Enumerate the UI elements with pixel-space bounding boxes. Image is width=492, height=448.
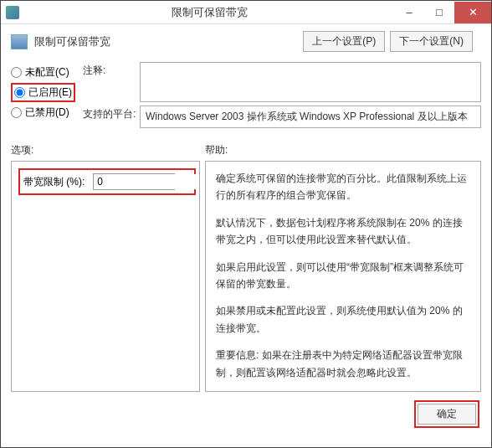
header: 限制可保留带宽 上一个设置(P) 下一个设置(N) [1, 24, 491, 57]
app-icon [6, 6, 19, 19]
bandwidth-spinner: ▲ ▼ [93, 173, 175, 190]
prev-setting-button[interactable]: 上一个设置(P) [303, 31, 385, 52]
maximize-button[interactable]: □ [424, 2, 454, 23]
minimize-button[interactable]: – [394, 2, 424, 23]
titlebar: 限制可保留带宽 – □ ✕ [1, 1, 491, 24]
bandwidth-label: 带宽限制 (%): [23, 175, 85, 189]
comment-input[interactable] [140, 62, 481, 102]
radio-label: 已启用(E) [28, 85, 72, 100]
comment-label: 注释: [83, 62, 140, 102]
help-text: 重要信息: 如果在注册表中为特定网络适配器设置带宽限制，则配置该网络适配器时就会… [216, 347, 470, 381]
policy-title: 限制可保留带宽 [34, 34, 303, 49]
next-setting-button[interactable]: 下一个设置(N) [390, 31, 473, 52]
window-controls: – □ ✕ [394, 2, 491, 23]
radio-enabled[interactable]: 已启用(E) [14, 85, 72, 100]
radio-disabled[interactable]: 已禁用(D) [11, 106, 83, 120]
close-button[interactable]: ✕ [454, 2, 491, 23]
radio-label: 已禁用(D) [25, 106, 69, 120]
help-label: 帮助: [205, 143, 228, 157]
ok-button[interactable]: 确定 [418, 404, 476, 425]
config-area: 未配置(C) 已启用(E) 已禁用(D) 注释: 支持的平台: Windows … [1, 57, 491, 133]
help-text: 默认情况下，数据包计划程序将系统限制在 20% 的连接带宽之内，但可以使用此设置… [216, 214, 470, 249]
options-label: 选项: [11, 143, 205, 157]
highlight-ok: 确定 [414, 400, 479, 428]
help-text: 如果启用此设置，则可以使用“带宽限制”框来调整系统可保留的带宽数量。 [216, 259, 470, 293]
highlight-enabled: 已启用(E) [11, 83, 75, 102]
help-panel: 确定系统可保留的连接带宽的百分比。此值限制系统上运行的所有程序的组合带宽保留。 … [205, 161, 481, 392]
footer: 确定 [1, 392, 491, 436]
highlight-bandwidth: 带宽限制 (%): ▲ ▼ [18, 168, 196, 195]
platform-label: 支持的平台: [83, 106, 140, 128]
help-text: 确定系统可保留的连接带宽的百分比。此值限制系统上运行的所有程序的组合带宽保留。 [216, 170, 470, 204]
bandwidth-input[interactable] [94, 174, 200, 189]
policy-icon [11, 34, 28, 49]
options-panel: 带宽限制 (%): ▲ ▼ [11, 161, 200, 392]
radio-label: 未配置(C) [25, 65, 69, 80]
state-radios: 未配置(C) 已启用(E) 已禁用(D) [11, 59, 83, 131]
help-text: 如果禁用或未配置此设置，则系统使用默认值为 20% 的连接带宽。 [216, 302, 470, 337]
radio-not-configured[interactable]: 未配置(C) [11, 65, 83, 80]
platform-text: Windows Server 2003 操作系统或 Windows XP Pro… [140, 106, 481, 128]
window-title: 限制可保留带宽 [24, 5, 394, 20]
